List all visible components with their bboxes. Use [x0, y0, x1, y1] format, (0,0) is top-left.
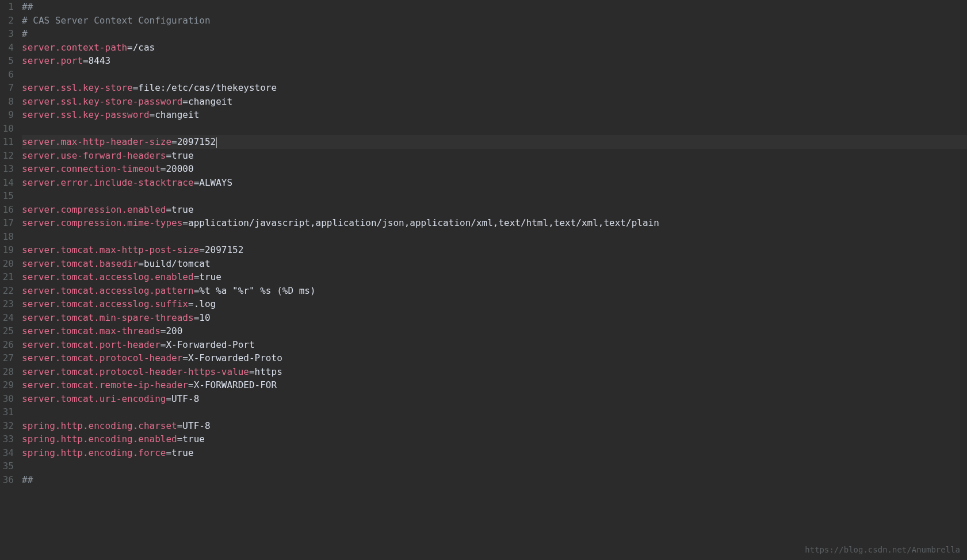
line-number-gutter: 1234567891011121314151617181920212223242… [0, 0, 20, 560]
property-key: server.compression.enabled [22, 204, 166, 215]
line-number: 26 [2, 338, 14, 352]
code-line[interactable] [22, 405, 967, 419]
code-line[interactable]: server.compression.mime-types=applicatio… [22, 216, 967, 230]
code-line[interactable]: server.ssl.key-store-password=changeit [22, 95, 967, 109]
code-line[interactable] [22, 122, 967, 136]
property-value: build/tomcat [144, 258, 211, 269]
equals-sign: = [194, 285, 200, 296]
line-number: 5 [2, 54, 14, 68]
code-line[interactable]: server.connection-timeout=20000 [22, 162, 967, 176]
code-line[interactable]: spring.http.encoding.force=true [22, 446, 967, 460]
line-number: 19 [2, 243, 14, 257]
property-value: changeit [188, 96, 232, 107]
code-line[interactable]: server.tomcat.max-threads=200 [22, 324, 967, 338]
property-value: 20000 [166, 163, 193, 174]
code-line[interactable]: server.tomcat.protocol-header=X-Forwarde… [22, 351, 967, 365]
equals-sign: = [194, 177, 200, 188]
code-line[interactable]: server.max-http-header-size=2097152 [22, 135, 967, 149]
line-number: 25 [2, 324, 14, 338]
watermark-text: https://blog.csdn.net/Anumbrella [805, 543, 960, 557]
equals-sign: = [177, 420, 183, 431]
equals-sign: = [182, 352, 188, 363]
line-number: 10 [2, 122, 14, 136]
line-number: 16 [2, 203, 14, 217]
code-line[interactable]: # [22, 27, 967, 41]
equals-sign: = [166, 150, 171, 161]
line-number: 2 [2, 14, 14, 28]
code-line[interactable]: server.use-forward-headers=true [22, 149, 967, 163]
property-key: server.tomcat.max-http-post-size [22, 244, 199, 255]
line-number: 30 [2, 392, 14, 406]
property-value: UTF-8 [171, 393, 199, 404]
equals-sign: = [127, 42, 133, 53]
code-line[interactable]: server.tomcat.remote-ip-header=X-FORWARD… [22, 378, 967, 392]
property-value: .log [194, 298, 216, 309]
code-area[interactable]: ### CAS Server Context Configuration#ser… [20, 0, 967, 560]
line-number: 33 [2, 432, 14, 446]
code-line[interactable]: server.ssl.key-store=file:/etc/cas/theke… [22, 81, 967, 95]
code-line[interactable] [22, 68, 967, 82]
property-key: server.tomcat.protocol-header [22, 352, 182, 363]
property-key: server.port [22, 55, 83, 66]
property-key: server.max-http-header-size [22, 136, 171, 147]
property-key: server.context-path [22, 42, 127, 53]
property-value: 2097152 [205, 244, 243, 255]
property-value: 8443 [89, 55, 111, 66]
property-value: true [171, 204, 194, 215]
line-number: 4 [2, 41, 14, 55]
line-number: 21 [2, 270, 14, 284]
property-key: server.ssl.key-password [22, 109, 150, 120]
code-line[interactable]: server.ssl.key-password=changeit [22, 108, 967, 122]
comment-text: # [22, 28, 28, 39]
code-line[interactable]: server.compression.enabled=true [22, 203, 967, 217]
property-key: server.tomcat.port-header [22, 339, 160, 350]
property-value: ALWAYS [199, 177, 232, 188]
line-number: 35 [2, 459, 14, 473]
equals-sign: = [133, 82, 139, 93]
property-value: %t %a "%r" %s (%D ms) [199, 285, 315, 296]
code-line[interactable]: spring.http.encoding.enabled=true [22, 432, 967, 446]
property-key: server.tomcat.uri-encoding [22, 393, 166, 404]
code-line[interactable]: spring.http.encoding.charset=UTF-8 [22, 419, 967, 433]
equals-sign: = [194, 271, 200, 282]
code-line[interactable] [22, 230, 967, 244]
code-line[interactable]: server.tomcat.accesslog.enabled=true [22, 270, 967, 284]
property-key: server.error.include-stacktrace [22, 177, 194, 188]
property-value: X-Forwarded-Proto [188, 352, 282, 363]
line-number: 15 [2, 189, 14, 203]
equals-sign: = [194, 312, 200, 323]
code-line[interactable]: server.port=8443 [22, 54, 967, 68]
property-value: 2097152 [177, 136, 216, 147]
code-line[interactable]: server.tomcat.uri-encoding=UTF-8 [22, 392, 967, 406]
code-line[interactable]: server.tomcat.basedir=build/tomcat [22, 257, 967, 271]
code-line[interactable]: server.tomcat.protocol-header-https-valu… [22, 365, 967, 379]
property-key: server.tomcat.protocol-header-https-valu… [22, 366, 249, 377]
property-value: file:/etc/cas/thekeystore [138, 82, 277, 93]
property-key: server.tomcat.accesslog.pattern [22, 285, 194, 296]
line-number: 22 [2, 284, 14, 298]
code-line[interactable]: server.tomcat.min-spare-threads=10 [22, 311, 967, 325]
code-line[interactable]: server.context-path=/cas [22, 41, 967, 55]
code-line[interactable]: ## [22, 0, 967, 14]
code-line[interactable]: # CAS Server Context Configuration [22, 14, 967, 28]
property-value: /cas [133, 42, 155, 53]
comment-text: ## [22, 1, 33, 12]
code-line[interactable]: ## [22, 473, 967, 487]
line-number: 34 [2, 446, 14, 460]
equals-sign: = [177, 434, 183, 444]
code-line[interactable] [22, 459, 967, 473]
line-number: 23 [2, 297, 14, 311]
code-editor[interactable]: 1234567891011121314151617181920212223242… [0, 0, 967, 560]
property-value: true [171, 150, 194, 161]
line-number: 27 [2, 351, 14, 365]
code-line[interactable]: server.error.include-stacktrace=ALWAYS [22, 176, 967, 190]
equals-sign: = [171, 136, 177, 147]
code-line[interactable]: server.tomcat.accesslog.pattern=%t %a "%… [22, 284, 967, 298]
code-line[interactable]: server.tomcat.port-header=X-Forwarded-Po… [22, 338, 967, 352]
code-line[interactable] [22, 189, 967, 203]
equals-sign: = [182, 96, 188, 107]
code-line[interactable]: server.tomcat.accesslog.suffix=.log [22, 297, 967, 311]
code-line[interactable]: server.tomcat.max-http-post-size=2097152 [22, 243, 967, 257]
line-number: 17 [2, 216, 14, 230]
line-number: 7 [2, 81, 14, 95]
